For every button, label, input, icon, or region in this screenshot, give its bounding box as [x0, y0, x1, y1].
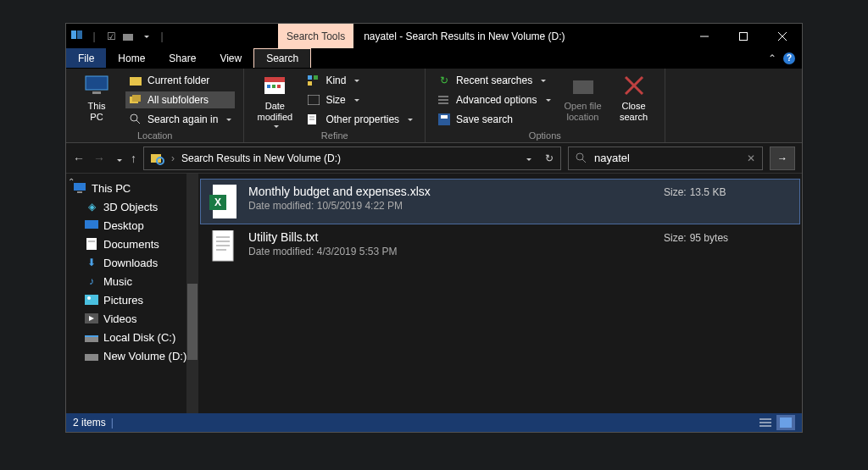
tree-local-disk-c[interactable]: Local Disk (C:)	[66, 328, 198, 346]
collapse-icon[interactable]: ⌃	[68, 177, 75, 186]
up-button[interactable]: ↑	[131, 152, 136, 165]
divider-icon: |	[88, 30, 100, 42]
desktop-icon	[85, 218, 98, 232]
tree-desktop[interactable]: Desktop	[66, 216, 198, 235]
close-search-button[interactable]: Close search	[612, 72, 656, 122]
refresh-icon[interactable]: ↻	[545, 152, 554, 164]
drive-icon	[85, 349, 98, 362]
tab-file[interactable]: File	[66, 48, 106, 68]
size-button[interactable]: Size	[303, 91, 416, 108]
tab-home[interactable]: Home	[106, 48, 157, 68]
tab-view[interactable]: View	[208, 48, 253, 68]
svg-rect-62	[780, 417, 792, 428]
history-dropdown[interactable]	[114, 152, 122, 165]
date-modified-button[interactable]: Date modified	[253, 72, 297, 129]
svg-rect-44	[85, 295, 98, 305]
ribbon: This PC Current folder All subfolders Se…	[66, 69, 802, 143]
tree-videos[interactable]: Videos	[66, 309, 198, 328]
svg-rect-8	[92, 91, 101, 94]
download-icon: ⬇	[85, 256, 98, 269]
svg-rect-4	[740, 32, 748, 40]
title-bar: | ☑ | Search Tools nayatel - Search Resu…	[66, 24, 802, 48]
address-dropdown-icon[interactable]	[523, 152, 531, 164]
svg-rect-17	[267, 85, 270, 88]
tree-3d-objects[interactable]: ◈ 3D Objects	[66, 197, 198, 216]
address-bar[interactable]: › Search Results in New Volume (D:) ↻	[143, 147, 561, 170]
collapse-ribbon-icon[interactable]: ⌃	[768, 53, 776, 64]
result-row[interactable]: Utility Bills.txt Date modified: 4/3/201…	[200, 224, 800, 270]
forward-button[interactable]: →	[93, 152, 105, 165]
explorer-window: | ☑ | Search Tools nayatel - Search Resu…	[65, 23, 803, 433]
tree-pictures[interactable]: Pictures	[66, 290, 198, 309]
search-results-icon	[151, 152, 164, 165]
search-again-in-button[interactable]: Search again in	[125, 111, 235, 128]
minimize-button[interactable]	[685, 24, 724, 48]
monitor-icon	[83, 72, 110, 99]
group-label: Options	[529, 129, 561, 141]
navigation-pane[interactable]: ⌃ This PC ◈ 3D Objects Desktop Documents…	[66, 174, 198, 413]
close-button[interactable]	[763, 24, 802, 48]
tab-share[interactable]: Share	[157, 48, 208, 68]
kind-button[interactable]: Kind	[303, 72, 416, 89]
advanced-options-button[interactable]: Advanced options	[434, 91, 554, 108]
tab-search[interactable]: Search	[253, 48, 311, 68]
details-view-button[interactable]	[756, 415, 775, 430]
svg-text:X: X	[214, 196, 221, 208]
qat-dropdown-icon[interactable]	[139, 30, 151, 42]
chevron-right-icon[interactable]: ›	[171, 152, 175, 164]
back-button[interactable]: ←	[73, 152, 85, 165]
svg-rect-23	[308, 95, 320, 105]
svg-rect-7	[86, 76, 108, 90]
ribbon-group-options: ↻ Recent searches Advanced options Save …	[426, 69, 665, 142]
clear-search-icon[interactable]: ✕	[747, 152, 755, 164]
tree-music[interactable]: ♪ Music	[66, 272, 198, 290]
result-row[interactable]: X Monthly budget and expenses.xlsx Date …	[200, 179, 800, 224]
recent-searches-button[interactable]: ↻ Recent searches	[434, 72, 554, 89]
monitor-icon	[73, 181, 86, 195]
ribbon-contextual-tab[interactable]: Search Tools	[278, 24, 353, 48]
svg-point-12	[131, 114, 137, 121]
ribbon-group-refine: Date modified Kind Size Other properties	[244, 69, 426, 142]
sidebar-scrollbar[interactable]	[186, 174, 198, 413]
svg-line-13	[136, 120, 140, 124]
tree-documents[interactable]: Documents	[66, 235, 198, 253]
music-icon: ♪	[85, 274, 98, 288]
size-icon	[307, 93, 320, 107]
close-icon	[620, 72, 648, 99]
scrollbar-thumb[interactable]	[187, 284, 198, 360]
result-modified: Date modified: 10/5/2019 4:22 PM	[248, 200, 652, 212]
new-folder-icon[interactable]	[122, 30, 134, 42]
svg-rect-42	[86, 238, 97, 250]
other-properties-button[interactable]: Other properties	[303, 111, 416, 128]
open-file-location-button[interactable]: Open file location	[561, 72, 605, 122]
folders-icon	[129, 93, 142, 107]
refresh-icon: ↻	[437, 74, 451, 87]
properties-icon	[307, 113, 320, 126]
search-go-button[interactable]: →	[770, 147, 795, 170]
tree-new-volume-d[interactable]: New Volume (D:)	[66, 346, 198, 365]
help-icon[interactable]: ?	[783, 53, 795, 64]
content-area: ⌃ This PC ◈ 3D Objects Desktop Documents…	[66, 174, 802, 413]
explorer-icon	[71, 30, 83, 42]
svg-rect-20	[308, 75, 312, 80]
this-pc-button[interactable]: This PC	[75, 72, 119, 122]
svg-rect-9	[130, 77, 142, 86]
current-folder-button[interactable]: Current folder	[125, 72, 235, 89]
breadcrumb-path[interactable]: Search Results in New Volume (D:)	[181, 152, 341, 164]
properties-icon[interactable]: ☑	[105, 30, 117, 42]
results-pane[interactable]: X Monthly budget and expenses.xlsx Date …	[198, 174, 802, 413]
all-subfolders-button[interactable]: All subfolders	[125, 91, 235, 108]
search-input[interactable]	[594, 152, 740, 164]
tree-this-pc[interactable]: This PC	[66, 179, 198, 197]
search-tools-label: Search Tools	[287, 30, 345, 42]
result-filename: Utility Bills.txt	[248, 230, 652, 244]
cube-icon: ◈	[85, 200, 98, 213]
save-search-button[interactable]: Save search	[434, 111, 554, 128]
svg-rect-19	[277, 85, 281, 88]
tree-downloads[interactable]: ⬇ Downloads	[66, 253, 198, 272]
svg-rect-21	[314, 75, 318, 80]
svg-line-38	[582, 159, 586, 163]
maximize-button[interactable]	[724, 24, 763, 48]
search-box[interactable]: ✕	[568, 147, 763, 170]
thumbnails-view-button[interactable]	[776, 415, 795, 430]
